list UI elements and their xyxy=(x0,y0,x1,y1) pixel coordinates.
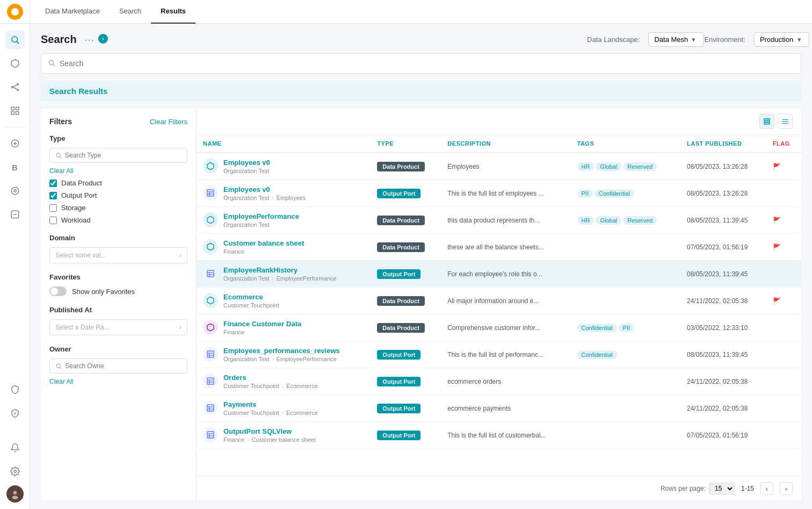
view-grid-btn[interactable] xyxy=(778,114,793,129)
sidebar-icon-network[interactable] xyxy=(5,77,25,97)
search-input[interactable] xyxy=(60,59,794,68)
flag-icon: 🚩 xyxy=(773,297,781,305)
item-name-link[interactable]: Employees v0 xyxy=(223,185,306,193)
item-name-link[interactable]: EmployeeRankHistory xyxy=(223,266,337,274)
table-scroll[interactable]: NAME TYPE DESCRIPTION TAGS LAST PUBLISHE… xyxy=(197,135,801,476)
domain-select-placeholder: Select some val... xyxy=(55,252,106,259)
svg-rect-52 xyxy=(207,378,214,384)
table-row[interactable]: Ecommerce Customer Touchpoint Data Produ… xyxy=(197,288,801,314)
item-name-link[interactable]: Payments xyxy=(223,400,318,408)
user-avatar[interactable] xyxy=(6,485,24,503)
type-clear-all-link[interactable]: Clear All xyxy=(49,167,74,175)
data-landscape-label: Data Landscape: xyxy=(587,35,640,44)
sidebar-icon-shield1[interactable] xyxy=(5,380,25,399)
flag-cell xyxy=(766,180,801,207)
filters-title: Filters xyxy=(49,117,72,126)
tags-cell: Confidential xyxy=(571,341,680,368)
tab-results[interactable]: Results xyxy=(151,0,195,24)
tab-data-marketplace[interactable]: Data Marketplace xyxy=(35,0,110,24)
svg-point-0 xyxy=(12,37,18,42)
search-type-input[interactable] xyxy=(65,152,182,159)
rows-per-page-label: Rows per page: xyxy=(661,485,706,492)
item-name-link[interactable]: OutputPort SQLView xyxy=(223,427,316,435)
sidebar-icon-grid[interactable] xyxy=(5,101,25,120)
table-row[interactable]: Employees v0 Organization Test Data Prod… xyxy=(197,153,801,180)
table-row[interactable]: Payments Customer Touchpoint›Ecommerce O… xyxy=(197,395,801,422)
data-landscape-select[interactable]: Data Mesh xyxy=(648,32,704,47)
date-range-input[interactable]: Select a Date Ra... › xyxy=(49,319,187,335)
item-name-link[interactable]: Finance Customer Data xyxy=(223,320,301,328)
item-info: OutputPort SQLView Finance›Customer bala… xyxy=(223,427,316,443)
table-row[interactable]: Finance Customer Data Finance Data Produ… xyxy=(197,314,801,341)
sidebar-icon-circle[interactable] xyxy=(5,181,25,200)
sidebar-icon-plus[interactable] xyxy=(5,134,25,153)
sidebar-icon-shield2[interactable] xyxy=(5,404,25,423)
favorites-toggle[interactable] xyxy=(49,286,67,296)
tag-badge: PII xyxy=(619,324,634,332)
checkbox-workload[interactable]: Workload xyxy=(49,216,187,224)
item-path: Customer Touchpoint›Ecommerce xyxy=(223,410,318,416)
filter-type-section: Type Clear All Data Product Output Port xyxy=(49,134,187,224)
last-published: 08/05/2023, 11:39:45 xyxy=(680,261,766,288)
item-info: Payments Customer Touchpoint›Ecommerce xyxy=(223,400,318,416)
sidebar-icon-star[interactable] xyxy=(5,205,25,224)
item-name-link[interactable]: Customer balance sheet xyxy=(223,239,304,247)
item-icon xyxy=(203,400,218,415)
item-name-link[interactable]: Employees v0 xyxy=(223,159,270,167)
table-row[interactable]: EmployeePerformance Organization Test Da… xyxy=(197,207,801,234)
clear-filters-link[interactable]: Clear Filters xyxy=(150,118,187,126)
domain-select[interactable]: Select some val... › xyxy=(49,247,187,263)
pagination-bar: Rows per page: 15 25 50 1-15 ‹ › xyxy=(197,476,801,500)
type-badge: Data Product xyxy=(377,242,424,252)
item-name-link[interactable]: Ecommerce xyxy=(223,293,279,301)
table-row[interactable]: Employees v0 Organization Test›Employees… xyxy=(197,180,801,207)
checkbox-output-port[interactable]: Output Port xyxy=(49,191,187,199)
svg-rect-11 xyxy=(16,112,18,114)
checkbox-data-product-input[interactable] xyxy=(49,180,57,187)
tags-cell xyxy=(571,261,680,288)
svg-marker-40 xyxy=(207,216,214,223)
sidebar-icon-bell[interactable] xyxy=(5,438,25,457)
flag-cell: 🚩 xyxy=(766,234,801,261)
sidebar-icon-search[interactable] xyxy=(5,30,25,49)
item-info: EmployeePerformance Organization Test xyxy=(223,212,299,228)
name-cell: Ecommerce Customer Touchpoint xyxy=(203,293,364,309)
environment-select[interactable]: Production xyxy=(754,32,809,47)
table-row[interactable]: Orders Customer Touchpoint›Ecommerce Out… xyxy=(197,368,801,395)
next-page-btn[interactable]: › xyxy=(780,482,793,495)
tag-badge: Global xyxy=(596,216,621,225)
item-icon xyxy=(203,320,218,335)
table-row[interactable]: Employees_performances_reviews Organizat… xyxy=(197,341,801,368)
owner-search-input[interactable] xyxy=(65,362,182,370)
checkbox-storage-input[interactable] xyxy=(49,204,57,212)
checkbox-data-product[interactable]: Data Product xyxy=(49,179,187,187)
owner-clear-all-link[interactable]: Clear All xyxy=(49,378,74,385)
checkbox-workload-input[interactable] xyxy=(49,217,57,224)
sidebar-icon-hex[interactable] xyxy=(5,54,25,73)
checkbox-output-port-label: Output Port xyxy=(61,191,97,199)
table-row[interactable]: Customer balance sheet Finance Data Prod… xyxy=(197,234,801,261)
tab-search[interactable]: Search xyxy=(110,0,151,24)
prev-page-btn[interactable]: ‹ xyxy=(760,482,773,495)
sidebar-icon-b[interactable]: B xyxy=(5,157,25,177)
rows-per-page-select[interactable]: 15 25 50 xyxy=(709,483,735,494)
view-list-btn[interactable] xyxy=(759,114,774,129)
item-name-link[interactable]: Orders xyxy=(223,374,318,382)
item-name-link[interactable]: EmployeePerformance xyxy=(223,212,299,220)
item-name-link[interactable]: Employees_performances_reviews xyxy=(223,347,340,355)
checkbox-output-port-input[interactable] xyxy=(49,192,57,199)
tag-badge: Reserved xyxy=(623,216,657,225)
type-badge: Output Port xyxy=(377,269,421,279)
item-icon xyxy=(203,239,218,254)
last-published: 08/05/2023, 11:39:45 xyxy=(680,341,766,368)
svg-point-16 xyxy=(13,190,16,192)
item-info: Orders Customer Touchpoint›Ecommerce xyxy=(223,374,318,389)
table-row[interactable]: EmployeeRankHistory Organization Test›Em… xyxy=(197,261,801,288)
checkbox-storage[interactable]: Storage xyxy=(49,204,187,212)
expand-sidebar-btn[interactable]: › xyxy=(98,34,108,44)
environment-label: Environment: xyxy=(704,35,745,44)
page-menu-icon[interactable]: ⋯ xyxy=(84,34,94,46)
table-row[interactable]: OutputPort SQLView Finance›Customer bala… xyxy=(197,422,801,449)
sidebar-icon-settings[interactable] xyxy=(5,462,25,481)
description-text: All major information around e... xyxy=(447,297,539,305)
